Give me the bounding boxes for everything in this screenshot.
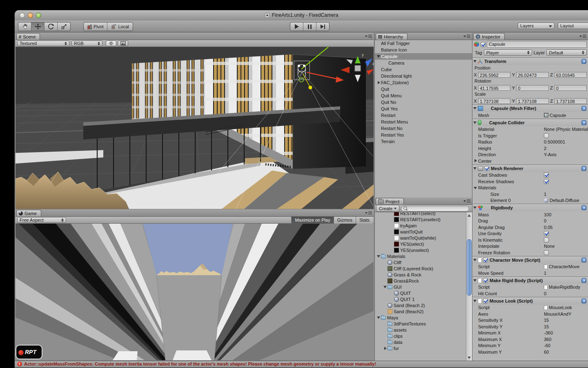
tag-dropdown[interactable]: Player [484, 49, 532, 56]
property-value[interactable]: Y-Axis [544, 152, 588, 157]
property-value[interactable]: -360 [544, 330, 588, 335]
fold-arrow[interactable] [390, 224, 394, 228]
fold-arrow[interactable] [473, 306, 478, 310]
property-value[interactable]: None (Physic Material) [544, 127, 588, 132]
panel-menu-icon[interactable] [463, 200, 470, 202]
fold-arrow[interactable] [473, 225, 478, 229]
panel-menu-icon[interactable] [365, 35, 372, 38]
hierarchy-item[interactable]: Restart Yes [375, 132, 472, 138]
layer-dropdown[interactable]: Default [546, 49, 587, 56]
fold-arrow[interactable] [473, 159, 478, 163]
property-value[interactable] [544, 133, 588, 138]
fold-arrow[interactable] [376, 81, 381, 85]
game-3d-view[interactable] [16, 224, 374, 360]
fold-arrow[interactable] [473, 350, 478, 354]
fold-arrow[interactable] [473, 180, 478, 184]
property-value[interactable]: 0.05 [544, 225, 588, 230]
inspector-row[interactable]: Axes MouseXAndY [472, 311, 588, 317]
move-tool-button[interactable] [31, 22, 45, 31]
fold-arrow[interactable] [473, 140, 478, 144]
fold-arrow[interactable] [473, 113, 478, 117]
rotation-x-field[interactable]: 41.17595 [478, 85, 510, 91]
fold-arrow[interactable] [473, 251, 478, 255]
property-checkbox[interactable] [544, 250, 549, 255]
fold-arrow[interactable] [376, 74, 381, 78]
property-checkbox[interactable] [544, 238, 549, 242]
rotation-z-field[interactable]: 0 [555, 85, 587, 91]
scale-z-field[interactable]: 1.737108 [555, 98, 587, 104]
fold-arrow[interactable] [472, 121, 477, 125]
inspector-row[interactable]: Mesh Capsule [472, 112, 588, 119]
property-value[interactable]: 15 [544, 318, 588, 323]
project-item[interactable]: Sand (Beach2) [375, 308, 466, 314]
fold-arrow[interactable] [376, 113, 381, 117]
inspector-row[interactable]: Mesh Renderer [472, 164, 588, 172]
project-item[interactable]: YES(unselect) [375, 247, 466, 253]
panel-menu-icon[interactable] [579, 35, 586, 38]
fold-arrow[interactable] [473, 199, 478, 203]
hierarchy-item[interactable]: Quit Menu [375, 92, 472, 99]
project-item[interactable]: wantToQuit(white) [375, 235, 466, 241]
property-value[interactable]: 360 [544, 337, 588, 342]
property-value[interactable]: 0.5000001 [544, 139, 588, 144]
inspector-row[interactable]: Sensitivity Y 15 [472, 323, 588, 330]
inspector-row[interactable]: Material None (Physic Material) [472, 126, 588, 133]
tab-project[interactable]: Project [376, 198, 404, 204]
help-icon[interactable] [581, 278, 586, 283]
stats-button[interactable]: Stats [356, 217, 373, 224]
color-mode-dropdown[interactable]: RGB [71, 40, 102, 46]
panel-menu-icon[interactable] [365, 211, 372, 214]
fold-arrow[interactable] [376, 133, 381, 137]
fold-arrow[interactable] [383, 340, 388, 344]
fold-arrow[interactable] [472, 278, 477, 283]
game-viewport[interactable]: RPT [16, 224, 374, 360]
fold-arrow[interactable] [473, 245, 478, 249]
hierarchy-item[interactable]: Directional light [375, 73, 472, 79]
fold-arrow[interactable] [376, 107, 381, 111]
property-value[interactable] [544, 231, 588, 236]
fold-arrow[interactable] [390, 218, 394, 222]
project-item[interactable]: RESTART(select) [375, 212, 466, 216]
project-item[interactable]: RESTART(unselect) [375, 216, 466, 222]
fold-arrow[interactable] [473, 186, 478, 190]
tab-inspector[interactable]: Inspector [473, 33, 505, 40]
status-bar[interactable]: Actor::updateMassFromShapes: Compute mes… [15, 361, 588, 367]
inspector-row[interactable]: Maximum Y 60 [472, 349, 588, 355]
component-enabled-checkbox[interactable] [483, 258, 488, 263]
inspector-row[interactable]: Sensitivity X 15 [472, 317, 588, 324]
inspector-row[interactable]: Move Speed 1 [472, 270, 588, 276]
inspector-row[interactable]: Capsule (Mesh Filter) [472, 104, 588, 112]
fold-arrow[interactable] [473, 285, 478, 289]
help-icon[interactable] [581, 258, 586, 263]
fold-arrow[interactable] [376, 54, 381, 58]
inspector-row[interactable]: Interpolate None [472, 243, 588, 250]
fold-arrow[interactable] [473, 312, 478, 316]
scene-viewport[interactable]: y z x [16, 47, 374, 209]
fold-arrow[interactable] [473, 128, 478, 132]
property-value[interactable]: 0 [544, 291, 588, 296]
fold-arrow[interactable] [390, 248, 394, 252]
hierarchy-item[interactable]: Quit Yes [375, 105, 472, 112]
help-icon[interactable] [581, 106, 586, 111]
fold-arrow[interactable] [473, 173, 478, 177]
property-value[interactable]: MakeRigidBody [544, 285, 588, 289]
fold-arrow[interactable] [472, 166, 477, 171]
fold-arrow[interactable] [390, 212, 394, 215]
property-value[interactable]: 60 [544, 350, 588, 355]
hierarchy-item[interactable]: Terrain [375, 138, 472, 145]
tab-game[interactable]: Game [16, 210, 41, 216]
hand-tool-button[interactable] [18, 22, 31, 31]
project-item[interactable]: Maya [375, 314, 466, 321]
project-item[interactable]: assets [375, 327, 466, 333]
project-item[interactable]: Grass&Rock [375, 278, 466, 284]
component-enabled-checkbox[interactable] [483, 278, 488, 283]
help-icon[interactable] [581, 166, 586, 171]
hierarchy-item[interactable]: Camera [375, 60, 472, 66]
inspector-row[interactable]: Script MouseLook [472, 305, 588, 311]
project-item[interactable]: Sand (Beach 2) [375, 302, 466, 308]
hierarchy-item[interactable]: Capsule [375, 53, 472, 60]
fold-arrow[interactable] [383, 285, 388, 289]
titlebar[interactable]: FineArts1.unity - FixedCamera [15, 10, 588, 21]
layers-dropdown[interactable]: Layers [518, 22, 555, 29]
inspector-row[interactable]: Size 1 [472, 191, 588, 197]
